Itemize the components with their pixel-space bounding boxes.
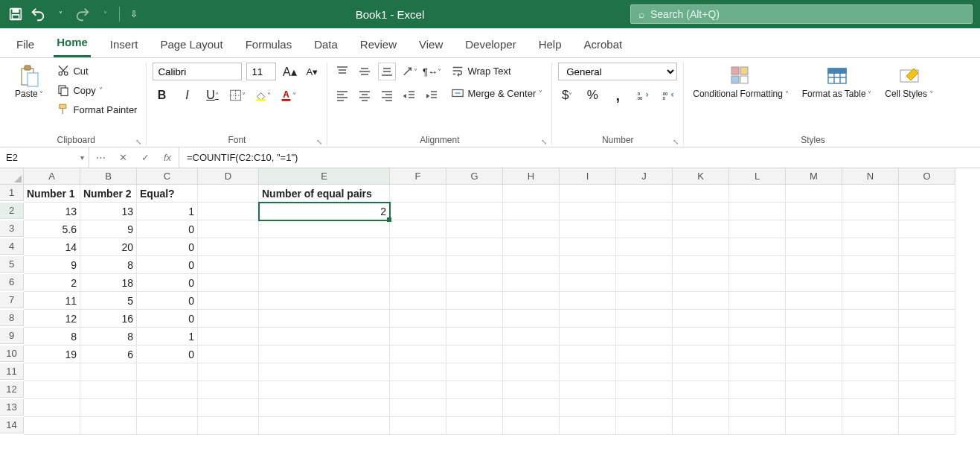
cell-N3[interactable] xyxy=(842,220,899,238)
cell-D7[interactable] xyxy=(198,292,259,310)
accounting-format-icon[interactable]: $ xyxy=(558,86,576,104)
cell-styles-button[interactable]: Cell Styles xyxy=(882,63,935,101)
cancel-formula-icon[interactable]: ✕ xyxy=(112,147,134,168)
cell-A13[interactable] xyxy=(24,399,80,417)
cell-J12[interactable] xyxy=(616,381,673,399)
cell-F14[interactable] xyxy=(390,417,446,435)
cell-M8[interactable] xyxy=(786,310,842,328)
cell-H13[interactable] xyxy=(503,399,560,417)
row-header-13[interactable]: 13 xyxy=(0,399,24,416)
cell-E1[interactable]: Number of equal pairs xyxy=(259,185,390,203)
cell-K14[interactable] xyxy=(673,417,729,435)
cell-E8[interactable] xyxy=(259,310,390,328)
cell-B4[interactable]: 20 xyxy=(80,238,137,256)
cell-A14[interactable] xyxy=(24,417,80,435)
cell-C9[interactable]: 1 xyxy=(137,328,198,346)
cell-D3[interactable] xyxy=(198,220,259,238)
row-header-11[interactable]: 11 xyxy=(0,363,24,380)
cell-I5[interactable] xyxy=(560,256,616,274)
cell-M11[interactable] xyxy=(786,363,842,381)
cell-G3[interactable] xyxy=(446,220,503,238)
cell-J4[interactable] xyxy=(616,238,673,256)
cell-D1[interactable] xyxy=(198,185,259,203)
cell-E9[interactable] xyxy=(259,328,390,346)
cell-K8[interactable] xyxy=(673,310,729,328)
cell-B14[interactable] xyxy=(80,417,137,435)
cell-L7[interactable] xyxy=(729,292,786,310)
cell-N13[interactable] xyxy=(842,399,899,417)
decrease-indent-icon[interactable] xyxy=(400,86,418,104)
cell-H7[interactable] xyxy=(503,292,560,310)
formula-input[interactable]: =COUNTIF(C2:C10, "=1") xyxy=(179,147,980,168)
cell-M14[interactable] xyxy=(786,417,842,435)
cell-F9[interactable] xyxy=(390,328,446,346)
row-header-5[interactable]: 5 xyxy=(0,256,24,273)
percent-format-icon[interactable]: % xyxy=(583,86,601,104)
cell-A4[interactable]: 14 xyxy=(24,238,80,256)
font-color-icon[interactable]: A xyxy=(279,86,297,104)
cell-D8[interactable] xyxy=(198,310,259,328)
cell-B13[interactable] xyxy=(80,399,137,417)
cell-O5[interactable] xyxy=(899,256,955,274)
cell-H5[interactable] xyxy=(503,256,560,274)
cell-E11[interactable] xyxy=(259,363,390,381)
cell-L11[interactable] xyxy=(729,363,786,381)
cell-H1[interactable] xyxy=(503,185,560,203)
cell-O9[interactable] xyxy=(899,328,955,346)
cell-L6[interactable] xyxy=(729,274,786,292)
undo-icon[interactable] xyxy=(30,6,46,22)
cell-D4[interactable] xyxy=(198,238,259,256)
cell-O10[interactable] xyxy=(899,346,955,363)
cell-L2[interactable] xyxy=(729,203,786,220)
cell-G1[interactable] xyxy=(446,185,503,203)
tab-file[interactable]: File xyxy=(13,32,37,57)
cell-N12[interactable] xyxy=(842,381,899,399)
row-header-12[interactable]: 12 xyxy=(0,381,24,398)
cell-C12[interactable] xyxy=(137,381,198,399)
row-header-9[interactable]: 9 xyxy=(0,328,24,344)
cell-M2[interactable] xyxy=(786,203,842,220)
cell-M4[interactable] xyxy=(786,238,842,256)
cell-B7[interactable]: 5 xyxy=(80,292,137,310)
cell-M9[interactable] xyxy=(786,328,842,346)
increase-font-icon[interactable]: A▴ xyxy=(281,63,298,80)
enter-formula-icon[interactable]: ✓ xyxy=(134,147,156,168)
format-as-table-button[interactable]: Format as Table xyxy=(799,63,875,101)
number-format-select[interactable]: General xyxy=(558,63,677,80)
cell-I8[interactable] xyxy=(560,310,616,328)
cell-J5[interactable] xyxy=(616,256,673,274)
cell-F6[interactable] xyxy=(390,274,446,292)
cell-I13[interactable] xyxy=(560,399,616,417)
cell-E2[interactable]: 2 xyxy=(259,203,390,220)
font-name-field[interactable] xyxy=(153,63,242,80)
cell-K13[interactable] xyxy=(673,399,729,417)
cell-I11[interactable] xyxy=(560,363,616,381)
cell-H6[interactable] xyxy=(503,274,560,292)
cell-D13[interactable] xyxy=(198,399,259,417)
cell-J2[interactable] xyxy=(616,203,673,220)
cell-E6[interactable] xyxy=(259,274,390,292)
spreadsheet-grid[interactable]: ABCDEFGHIJKLMNO1Number 1Number 2Equal?Nu… xyxy=(0,168,980,435)
cell-E13[interactable] xyxy=(259,399,390,417)
cell-M12[interactable] xyxy=(786,381,842,399)
tab-help[interactable]: Help xyxy=(536,32,565,57)
cell-K7[interactable] xyxy=(673,292,729,310)
cell-K3[interactable] xyxy=(673,220,729,238)
cell-F7[interactable] xyxy=(390,292,446,310)
cell-D6[interactable] xyxy=(198,274,259,292)
cell-G6[interactable] xyxy=(446,274,503,292)
col-header-N[interactable]: N xyxy=(842,168,899,185)
cell-L5[interactable] xyxy=(729,256,786,274)
cell-I6[interactable] xyxy=(560,274,616,292)
save-icon[interactable] xyxy=(7,6,24,22)
align-left-icon[interactable] xyxy=(333,86,351,104)
cell-D12[interactable] xyxy=(198,381,259,399)
col-header-C[interactable]: C xyxy=(137,168,198,185)
cell-E12[interactable] xyxy=(259,381,390,399)
cell-I1[interactable] xyxy=(560,185,616,203)
cell-N14[interactable] xyxy=(842,417,899,435)
cell-O7[interactable] xyxy=(899,292,955,310)
cell-I9[interactable] xyxy=(560,328,616,346)
cell-M1[interactable] xyxy=(786,185,842,203)
cell-G11[interactable] xyxy=(446,363,503,381)
